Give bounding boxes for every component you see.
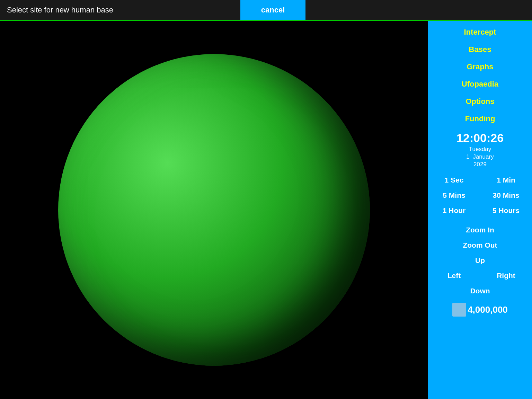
date-day: 1 <box>466 153 469 160</box>
ufopaedia-button[interactable]: Ufopaedia <box>428 76 532 93</box>
sidebar: Intercept Bases Graphs Ufopaedia Options… <box>428 21 532 399</box>
top-bar: Select site for new human base cancel <box>0 0 532 21</box>
globe-area[interactable] <box>0 21 428 399</box>
zoom-in-button[interactable]: Zoom In <box>464 222 496 238</box>
zoom-out-button[interactable]: Zoom Out <box>461 238 499 253</box>
speed-5hours-button[interactable]: 5 Hours <box>480 203 532 218</box>
funding-button[interactable]: Funding <box>428 110 532 127</box>
funds-icon <box>452 303 466 317</box>
up-button[interactable]: Up <box>473 253 487 268</box>
nav-controls: Zoom In Zoom Out Up Left Right Down <box>428 222 532 299</box>
right-button[interactable]: Right <box>480 268 532 283</box>
speed-controls: 1 Sec 1 Min 5 Mins 30 Mins 1 Hour 5 Hour… <box>428 172 532 218</box>
speed-1sec-button[interactable]: 1 Sec <box>428 172 480 188</box>
top-bar-right-spacer <box>305 0 532 20</box>
date-year: 2029 <box>456 161 504 168</box>
date-month: January <box>473 153 494 160</box>
left-button[interactable]: Left <box>428 268 480 283</box>
clock: 12:00:26 <box>456 130 504 145</box>
speed-30mins-button[interactable]: 30 Mins <box>480 188 532 203</box>
speed-1min-button[interactable]: 1 Min <box>480 172 532 188</box>
time-display: 12:00:26 Tuesday 1 January 2029 <box>456 130 504 168</box>
funds-area: 4,000,000 <box>452 303 508 317</box>
site-selection-title: Select site for new human base <box>7 6 113 15</box>
options-button[interactable]: Options <box>428 93 532 110</box>
speed-5mins-button[interactable]: 5 Mins <box>428 188 480 203</box>
funds-value: 4,000,000 <box>468 304 508 315</box>
main-area: Intercept Bases Graphs Ufopaedia Options… <box>0 21 532 399</box>
top-bar-title: Select site for new human base <box>0 0 240 20</box>
date-line2: 1 January <box>456 153 504 161</box>
left-right-nav: Left Right <box>428 268 532 283</box>
graphs-button[interactable]: Graphs <box>428 58 532 76</box>
speed-1hour-button[interactable]: 1 Hour <box>428 203 480 218</box>
planet-globe <box>58 54 370 366</box>
bases-button[interactable]: Bases <box>428 41 532 58</box>
down-button[interactable]: Down <box>468 283 492 299</box>
date-line1: Tuesday <box>456 145 504 153</box>
intercept-button[interactable]: Intercept <box>428 24 532 41</box>
cancel-button[interactable]: cancel <box>240 0 306 20</box>
